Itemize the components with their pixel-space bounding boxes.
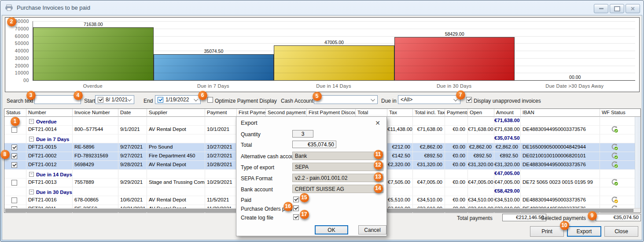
collapse-group-icon[interactable]: − xyxy=(29,172,34,177)
cancel-button[interactable]: Cancel xyxy=(358,225,386,235)
cell-invoice: FD-789231569 xyxy=(73,152,118,160)
cell-supplier xyxy=(147,187,205,196)
due-in-select[interactable]: <All> xyxy=(398,95,460,104)
paid-label: Paid xyxy=(241,197,251,203)
start-date-value: 8/ 1/2021 xyxy=(106,97,128,103)
y-tick-label: 30000 xyxy=(15,56,29,61)
wf-status-icon xyxy=(611,161,618,168)
vertical-scrollbar[interactable] xyxy=(635,117,640,208)
create-log-file-checkbox[interactable] xyxy=(293,214,299,220)
group-label: Due in 7 Days xyxy=(36,137,69,142)
display-unapproved-label: Display unapproved invoices xyxy=(474,98,541,104)
maximize-icon xyxy=(614,6,620,11)
end-date-picker[interactable]: 1/19/2022 xyxy=(155,95,201,104)
cell-total_incl: €71,638.00 xyxy=(413,126,445,134)
column-header-total_incl[interactable]: Total incl. Tax xyxy=(413,109,445,117)
cell-payment: 10/29/2021 xyxy=(205,179,237,187)
row-select-checkbox[interactable] xyxy=(11,197,17,203)
dialog-close-icon[interactable]: ✕ xyxy=(373,119,382,127)
collapse-group-icon[interactable]: − xyxy=(29,190,34,194)
cell-tax xyxy=(387,170,413,178)
wf-status-icon xyxy=(611,126,618,133)
chart-plot-area: 71638.0035074.5047005.0058429.0000.00 xyxy=(33,21,635,81)
row-select-checkbox[interactable] xyxy=(11,162,17,168)
column-header-payment[interactable]: Payment xyxy=(205,109,237,117)
bank-account-select[interactable]: CREDIT SUISSE AG xyxy=(292,185,383,193)
row-select-checkbox[interactable] xyxy=(11,127,17,133)
display-unapproved-checkbox[interactable] xyxy=(466,97,472,103)
start-date-checkbox[interactable] xyxy=(98,97,103,103)
column-header-fp_discount[interactable]: First Payment Discount xyxy=(307,109,356,117)
column-header-first_payment[interactable]: First Payment xyxy=(237,109,266,117)
callout-badge-5: 5 xyxy=(313,92,322,101)
column-header-open[interactable]: Open xyxy=(468,109,494,117)
callout-badge-1: 1 xyxy=(11,117,20,126)
cell-number: DFT21-0015 xyxy=(26,143,73,152)
gridline xyxy=(33,51,635,51)
maximize-button[interactable] xyxy=(610,4,624,13)
export-button[interactable]: Export xyxy=(567,226,601,237)
column-header-wf[interactable]: WF Status xyxy=(600,109,640,117)
wf-status-icon xyxy=(611,144,618,151)
column-header-date[interactable]: Date xyxy=(118,109,147,117)
type-of-export-select[interactable]: SEPA xyxy=(292,163,383,171)
cell-number: −Due in 14 Days xyxy=(26,170,73,178)
start-date-picker[interactable]: 8/ 1/2021 xyxy=(95,95,134,104)
cell-supplier: Fire Department 450 xyxy=(147,152,205,160)
minimize-button[interactable] xyxy=(594,4,608,13)
bank-account-label: Bank account xyxy=(241,186,273,193)
column-header-amount[interactable]: Amount xyxy=(494,109,521,117)
purchase-orders-paid-checkbox[interactable] xyxy=(293,205,299,211)
cell-open xyxy=(468,117,494,125)
cell-total_incl: €47,005.00 xyxy=(413,179,445,187)
printer-icon xyxy=(5,4,13,11)
column-header-status[interactable]: Status xyxy=(4,109,26,117)
cell-number: DFT21-0014 xyxy=(26,126,73,134)
column-header-supplier[interactable]: Supplier xyxy=(147,109,205,117)
callout-badge-14: 14 xyxy=(374,184,383,193)
paid-checkbox[interactable] xyxy=(293,197,299,202)
optimize-payment-checkbox[interactable] xyxy=(207,97,213,103)
row-select-checkbox[interactable] xyxy=(11,180,17,186)
callout-badge-6: 6 xyxy=(198,91,207,100)
cell-supplier xyxy=(147,117,205,125)
column-header-number[interactable]: Number xyxy=(26,109,73,117)
cell-open: €2,862.00 xyxy=(468,143,494,152)
row-select-checkbox[interactable] xyxy=(11,145,17,150)
close-button[interactable]: ✕ xyxy=(626,4,640,13)
gridline xyxy=(33,66,635,66)
column-header-tax[interactable]: Tax xyxy=(387,109,413,117)
gridline xyxy=(33,36,635,37)
cell-amount: €47,005.00 xyxy=(494,179,521,187)
print-button[interactable]: Print xyxy=(530,226,564,237)
collapse-group-icon[interactable]: − xyxy=(29,137,34,141)
collapse-group-icon[interactable]: − xyxy=(29,119,34,124)
column-header-payments[interactable]: Payments xyxy=(445,109,468,117)
y-tick-label: 10000 xyxy=(15,70,29,75)
column-header-invoice[interactable]: Invoice Number xyxy=(73,109,118,117)
callout-badge-16: 16 xyxy=(283,202,293,211)
cash-account-select[interactable] xyxy=(314,95,378,104)
cell-invoice xyxy=(73,117,118,125)
cell-date xyxy=(118,134,147,143)
cell-total_incl xyxy=(413,187,445,196)
cell-supplier: Stage and Trussing Company xyxy=(147,179,205,187)
column-header-iban[interactable]: IBAN xyxy=(521,109,600,117)
cell-payments: €0.00 xyxy=(445,196,468,205)
cell-iban xyxy=(521,117,600,125)
callout-badge-17: 17 xyxy=(300,210,309,219)
end-date-checkbox[interactable] xyxy=(158,97,163,103)
ok-button[interactable]: OK xyxy=(315,225,348,235)
column-header-total[interactable]: Total xyxy=(356,109,387,117)
gridline xyxy=(33,21,635,22)
cell-supplier: AV Rental Depot xyxy=(147,161,205,169)
alt-cash-account-select[interactable]: Bank xyxy=(292,152,383,160)
cell-invoice: 5698429 xyxy=(73,161,118,169)
cell-supplier xyxy=(147,170,205,178)
wf-status-icon xyxy=(611,153,618,160)
column-header-second_payment[interactable]: Second payment xyxy=(266,109,307,117)
close-window-button[interactable]: Close xyxy=(604,226,638,237)
row-select-checkbox[interactable] xyxy=(11,153,17,159)
cell-total_incl: €892.50 xyxy=(413,152,445,160)
sepa-format-select[interactable]: v2.2 - pain.001.001.02 xyxy=(292,174,383,182)
